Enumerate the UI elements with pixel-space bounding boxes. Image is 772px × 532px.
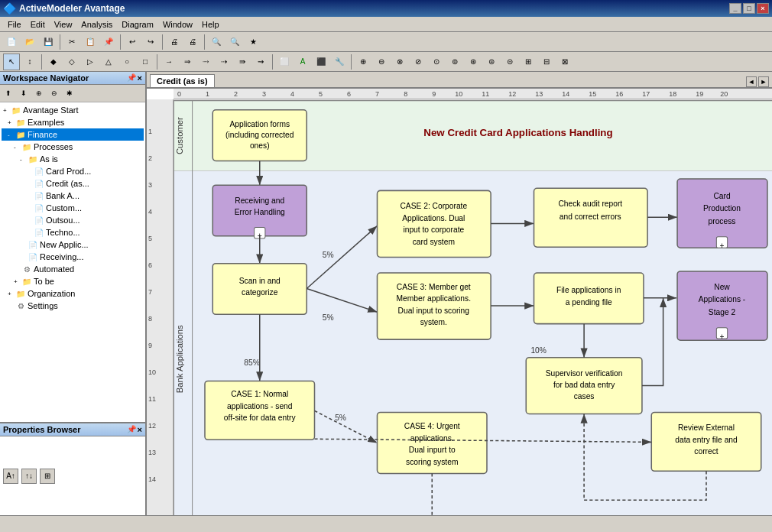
node-newapps-plus: + [720, 332, 725, 341]
tb2-d10[interactable]: ⊞ [520, 54, 537, 70]
tb-copy[interactable]: 📋 [82, 34, 99, 50]
tb2-d3[interactable]: ⊗ [391, 54, 408, 70]
tree-item-custom[interactable]: 📄 Custom... [2, 202, 144, 214]
props-btn3[interactable]: ⊞ [40, 469, 55, 484]
expand-asis[interactable]: - [20, 156, 28, 163]
tree-tb-4[interactable]: ⊖ [47, 86, 61, 100]
tb2-b2[interactable]: ◇ [63, 54, 80, 70]
tb2-arr4[interactable]: ⇢ [216, 54, 232, 70]
tb-cut[interactable]: ✂ [63, 34, 80, 50]
tb2-arr1[interactable]: → [161, 54, 177, 70]
expand-tobe[interactable]: + [14, 278, 21, 285]
tb2-select[interactable]: ↖ [3, 54, 20, 70]
tb2-b4[interactable]: △ [100, 54, 117, 70]
maximize-button[interactable]: □ [743, 3, 755, 14]
tb2-c4[interactable]: 🔧 [331, 54, 348, 70]
tb2-b6[interactable]: □ [137, 54, 154, 70]
tb-undo[interactable]: ↩ [124, 34, 141, 50]
tb2-c3[interactable]: ⬛ [313, 54, 329, 70]
tree-item-org[interactable]: + 📁 Organization [2, 287, 144, 300]
expand-avantage[interactable]: + [3, 107, 11, 114]
minimize-button[interactable]: _ [729, 3, 741, 14]
diagram-svg: Customer Bank Applications Technology Ne… [174, 99, 772, 515]
tree-item-banka[interactable]: 📄 Bank A... [2, 190, 144, 202]
tb2-b5[interactable]: ○ [118, 54, 135, 70]
props-close[interactable]: × [138, 425, 142, 434]
tb2-arr3[interactable]: ⤑ [197, 54, 214, 70]
props-btn2[interactable]: ↑↓ [21, 469, 37, 484]
menu-analysis[interactable]: Analysis [76, 18, 117, 31]
tree-label-asis: As is [40, 154, 58, 164]
tree-tb-5[interactable]: ✱ [63, 86, 76, 100]
tree-item-credit[interactable]: 📄 Credit (as... [2, 177, 144, 190]
expand-finance[interactable]: - [8, 131, 15, 138]
node-audit-text2: and correct errors [560, 212, 621, 221]
tb-print2[interactable]: 🖨 [184, 34, 201, 50]
tree-item-automated[interactable]: ⚙ Automated [2, 263, 144, 275]
tab-nav-right[interactable]: ► [758, 76, 769, 87]
tb2-c1[interactable]: ⬜ [276, 54, 293, 70]
tree-item-newapplic[interactable]: 📄 New Applic... [2, 238, 144, 251]
tree-item-techno[interactable]: 📄 Techno... [2, 226, 144, 238]
tb2-c2[interactable]: A [294, 54, 311, 70]
tb2-arr6[interactable]: ⇝ [252, 54, 269, 70]
tb2-d6[interactable]: ⊚ [446, 54, 463, 70]
tb-new[interactable]: 📄 [3, 34, 20, 50]
tb2-b3[interactable]: ▷ [82, 54, 99, 70]
tree-item-cardprod[interactable]: 📄 Card Prod... [2, 165, 144, 177]
tree-item-asis[interactable]: - 📁 As is [2, 153, 144, 165]
tree-tb-2[interactable]: ⬇ [17, 86, 31, 100]
tab-nav-left[interactable]: ◄ [746, 76, 757, 87]
menu-view[interactable]: View [50, 18, 77, 31]
expand-org[interactable]: + [8, 290, 15, 297]
tree-tb-1[interactable]: ⬆ [2, 86, 15, 100]
tb2-d4[interactable]: ⊘ [410, 54, 427, 70]
menu-edit[interactable]: Edit [26, 18, 50, 31]
menu-window[interactable]: Window [158, 18, 197, 31]
tree-item-examples[interactable]: + 📁 Examples [2, 116, 144, 128]
tb2-cursor[interactable]: ↕ [21, 54, 38, 70]
tb-star[interactable]: ★ [245, 34, 261, 50]
tree-item-outsou[interactable]: 📄 Outsou... [2, 214, 144, 226]
tree-item-tobe[interactable]: + 📁 To be [2, 275, 144, 287]
tree-item-processes[interactable]: - 📁 Processes [2, 141, 144, 153]
workspace-nav-pin[interactable]: 📌 [127, 73, 136, 83]
tb2-d8[interactable]: ⊜ [483, 54, 500, 70]
tb2-d11[interactable]: ⊟ [538, 54, 555, 70]
close-button[interactable]: × [757, 3, 769, 14]
tab-credit[interactable]: Credit (as is) [150, 74, 215, 87]
tb-search2[interactable]: 🔍 [226, 34, 243, 50]
canvas[interactable]: Customer Bank Applications Technology Ne… [174, 99, 772, 515]
props-btn1[interactable]: A↑ [3, 469, 18, 484]
tb2-arr5[interactable]: ⇛ [234, 54, 251, 70]
tree-tb-3[interactable]: ⊕ [32, 86, 46, 100]
tree-item-finance[interactable]: - 📁 Finance [2, 128, 144, 141]
workspace-nav-close[interactable]: × [138, 73, 142, 83]
node-app-forms-text1: Application forms [229, 120, 290, 128]
tb2-d2[interactable]: ⊖ [373, 54, 390, 70]
menu-diagram[interactable]: Diagram [117, 18, 158, 31]
node-cardprod-text2: Production [703, 204, 741, 212]
expand-examples[interactable]: + [8, 119, 15, 126]
props-pin[interactable]: 📌 [127, 425, 136, 434]
tb-open[interactable]: 📂 [21, 34, 38, 50]
menu-file[interactable]: File [3, 18, 26, 31]
tb-paste[interactable]: 📌 [100, 34, 117, 50]
tb-redo[interactable]: ↪ [142, 34, 159, 50]
tb2-d5[interactable]: ⊙ [428, 54, 445, 70]
tree-item-settings[interactable]: ⚙ Settings [2, 300, 144, 312]
tb2-arr2[interactable]: ⇒ [179, 54, 196, 70]
tb-print[interactable]: 🖨 [166, 34, 183, 50]
menu-help[interactable]: Help [197, 18, 224, 31]
tb2-b1[interactable]: ◆ [45, 54, 62, 70]
tb-search[interactable]: 🔍 [208, 34, 225, 50]
tb2-d9[interactable]: ⊝ [501, 54, 518, 70]
node-case2[interactable] [378, 190, 491, 257]
tree-item-receiving[interactable]: 📄 Receiving... [2, 251, 144, 263]
tb2-d7[interactable]: ⊛ [465, 54, 482, 70]
tree-item-avantage[interactable]: + 📁 Avantage Start [2, 104, 144, 116]
tb2-d1[interactable]: ⊕ [355, 54, 371, 70]
tb2-d12[interactable]: ⊠ [556, 54, 573, 70]
tb-save[interactable]: 💾 [40, 34, 57, 50]
expand-processes[interactable]: - [14, 144, 21, 151]
